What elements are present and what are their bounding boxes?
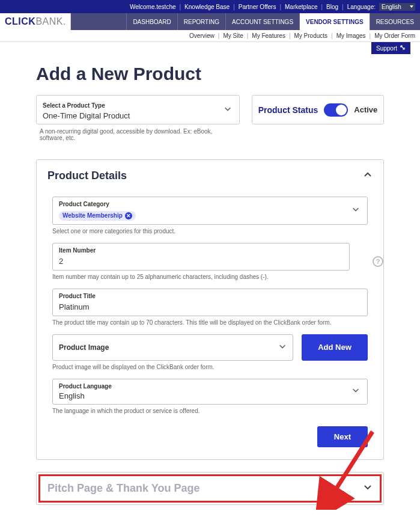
next-button[interactable]: Next — [317, 426, 368, 447]
product-category-help: Select one or more categories for this p… — [52, 228, 368, 234]
chevron-up-icon — [363, 170, 373, 182]
chevron-down-icon — [352, 205, 360, 216]
chevron-down-icon — [363, 482, 373, 494]
page-content: Add a New Product Select a Product Type … — [0, 59, 420, 517]
page-title: Add a New Product — [36, 64, 384, 84]
product-status-label: Product Status — [258, 105, 318, 115]
product-type-value: One-Time Digital Product — [43, 111, 233, 120]
product-language-help: The language in which the product or ser… — [52, 408, 368, 414]
logo-part1: CLICK — [5, 16, 35, 27]
item-number-help: Item number may contain up to 25 alphanu… — [52, 274, 350, 280]
blog-link[interactable]: Blog — [326, 4, 338, 10]
logo-part2: BANK — [35, 16, 63, 27]
product-type-help: A non-recurring digital good, accessible… — [36, 128, 216, 141]
language-select[interactable]: English — [379, 3, 415, 11]
logo[interactable]: CLICKBANK. — [0, 13, 71, 30]
knowledge-link[interactable]: Knowledge Base — [184, 4, 230, 10]
support-label: Support — [376, 45, 397, 52]
status-text: Active — [354, 105, 377, 114]
product-title-label: Product Title — [59, 293, 361, 299]
category-chip: Website Membership ✕ — [59, 211, 136, 221]
status-toggle[interactable] — [324, 103, 348, 117]
top-utility-bar: Welcome.testche| Knowledge Base| Partner… — [0, 0, 420, 13]
welcome-text[interactable]: Welcome.testche — [130, 4, 176, 10]
product-image-help: Product image will be displayed on the C… — [52, 364, 368, 370]
pitch-page-title: Pitch Page & Thank You Page — [47, 482, 199, 495]
language-label: Language: — [347, 4, 376, 10]
subnav-my-products[interactable]: My Products — [294, 32, 328, 39]
product-image-label: Product Image — [59, 343, 109, 352]
chevron-down-icon — [224, 105, 232, 115]
category-chip-label: Website Membership — [62, 212, 123, 219]
product-language-label: Product Language — [59, 383, 361, 390]
product-details-title: Product Details — [47, 170, 127, 182]
item-number-label: Item Number — [59, 247, 343, 254]
product-category-label: Product Category — [59, 201, 361, 207]
sub-nav: Overview| My Site| My Features| My Produ… — [0, 30, 420, 42]
subnav-my-site[interactable]: My Site — [223, 32, 243, 39]
product-title-input[interactable] — [59, 302, 361, 311]
header-row: CLICKBANK. DASHBOARD REPORTING ACCOUNT S… — [0, 13, 420, 30]
main-nav: DASHBOARD REPORTING ACCOUNT SETTINGS VEN… — [71, 13, 420, 30]
nav-account-settings[interactable]: ACCOUNT SETTINGS — [225, 13, 299, 30]
item-number-input[interactable] — [59, 257, 343, 266]
pitch-page-header[interactable]: Pitch Page & Thank You Page — [37, 473, 383, 504]
help-icon[interactable]: ? — [373, 256, 383, 267]
external-link-icon — [400, 44, 406, 52]
marketplace-link[interactable]: Marketplace — [285, 4, 317, 10]
product-title-help: The product title may contain up to 70 c… — [52, 319, 368, 326]
subnav-my-images[interactable]: My Images — [336, 32, 366, 39]
subnav-my-features[interactable]: My Features — [252, 32, 285, 39]
nav-resources[interactable]: RESOURCES — [370, 13, 420, 30]
chip-remove-icon[interactable]: ✕ — [125, 212, 132, 219]
product-type-label: Select a Product Type — [43, 102, 105, 109]
subnav-my-order-form[interactable]: My Order Form — [374, 32, 415, 39]
nav-vendor-settings[interactable]: VENDOR SETTINGS — [299, 13, 370, 30]
partner-link[interactable]: Partner Offers — [239, 4, 276, 10]
nav-dashboard[interactable]: DASHBOARD — [126, 13, 177, 30]
logo-dot: . — [63, 16, 65, 27]
product-language-value: English — [59, 391, 361, 400]
product-title-field[interactable]: Product Title — [52, 289, 368, 316]
product-category-field[interactable]: Product Category Website Membership ✕ — [52, 197, 368, 225]
product-details-header[interactable]: Product Details — [37, 160, 383, 192]
support-button[interactable]: Support — [371, 42, 410, 54]
chevron-down-icon — [278, 342, 287, 353]
add-new-button[interactable]: Add New — [302, 334, 368, 361]
product-details-panel: Product Details Product Category Website… — [36, 159, 384, 460]
product-image-select[interactable]: Product Image — [52, 334, 293, 361]
subnav-overview[interactable]: Overview — [189, 32, 215, 39]
product-status-box: Product Status Active — [252, 95, 384, 124]
item-number-field[interactable]: Item Number — [52, 243, 350, 271]
product-type-select[interactable]: Select a Product Type One-Time Digital P… — [36, 95, 240, 124]
pitch-page-panel: Pitch Page & Thank You Page — [36, 472, 384, 505]
chevron-down-icon — [352, 386, 360, 397]
product-language-field[interactable]: Product Language English — [52, 379, 368, 405]
nav-reporting[interactable]: REPORTING — [177, 13, 225, 30]
